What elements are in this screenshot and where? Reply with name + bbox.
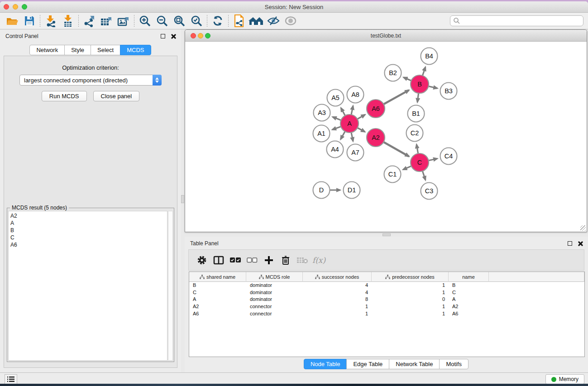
tab-network[interactable]: Network — [29, 45, 65, 55]
show-columns-button[interactable] — [210, 253, 227, 268]
plus-icon — [264, 255, 274, 265]
tab-edge-table[interactable]: Edge Table — [346, 359, 389, 369]
criterion-dropdown[interactable]: largest connected component (directed) — [19, 75, 162, 86]
main-toolbar — [0, 13, 588, 29]
export-image-button[interactable] — [115, 14, 132, 28]
memory-label: Memory — [559, 376, 578, 382]
result-item[interactable]: A6 — [10, 241, 165, 248]
table-float-panel-icon[interactable] — [568, 241, 572, 246]
search-icon — [453, 17, 460, 24]
table-row[interactable]: A6connector11A6 — [189, 310, 584, 318]
network-window-titlebar[interactable]: testGlobe.txt — [185, 30, 587, 42]
result-item[interactable]: B — [10, 227, 165, 234]
delete-table-button[interactable] — [294, 253, 311, 268]
delete-column-button[interactable] — [277, 253, 294, 268]
table-row[interactable]: Adominator80A — [189, 296, 584, 303]
node-label: A — [347, 120, 352, 127]
task-history-button[interactable] — [5, 374, 17, 384]
tab-network-table[interactable]: Network Table — [389, 359, 440, 369]
optimization-criterion-label: Optimization criterion: — [4, 64, 177, 71]
show-view-button[interactable] — [282, 14, 299, 28]
tab-motifs[interactable]: Motifs — [439, 359, 468, 369]
app-window: Session: New Session — [0, 1, 588, 384]
function-builder-button[interactable]: f(x) — [311, 253, 327, 268]
table-row[interactable]: Bdominator41B — [189, 282, 584, 289]
column-header-name[interactable]: name — [449, 272, 489, 282]
import-table-icon — [62, 14, 74, 27]
table-cell: B — [449, 282, 489, 289]
float-panel-icon[interactable] — [161, 34, 165, 38]
memory-button[interactable]: Memory — [545, 374, 584, 384]
save-session-button[interactable] — [21, 14, 38, 28]
mcds-result-groupbox: MCDS result (5 nodes) A2ABCA6 — [7, 208, 174, 362]
node-label: C2 — [411, 129, 419, 137]
search-input[interactable] — [460, 18, 583, 24]
tab-node-table[interactable]: Node Table — [304, 359, 347, 369]
network-window-title: testGlobe.txt — [185, 33, 587, 39]
attribute-tree-icon — [200, 275, 205, 279]
vertical-splitter-handle[interactable] — [181, 195, 184, 203]
search-field[interactable] — [450, 15, 583, 26]
zoom-out-button[interactable] — [153, 14, 171, 28]
mcds-result-title: MCDS result (5 nodes) — [10, 205, 69, 211]
tab-mcds[interactable]: MCDS — [120, 45, 151, 55]
node-table[interactable]: shared nameMCDS rolesuccessor nodesprede… — [189, 272, 585, 357]
mcds-result-list[interactable]: A2ABCA6 — [8, 211, 167, 361]
node-label: B — [417, 81, 422, 88]
table-cell: 4 — [303, 289, 372, 296]
import-table-button[interactable] — [59, 14, 76, 28]
table-cell: connector — [246, 303, 303, 310]
import-network-button[interactable] — [42, 14, 59, 28]
column-header-MCDS-role[interactable]: MCDS role — [246, 272, 303, 282]
result-item[interactable]: A2 — [10, 212, 165, 219]
export-table-button[interactable] — [98, 14, 115, 28]
home-views-button[interactable] — [248, 14, 265, 28]
table-cell: 0 — [372, 296, 449, 303]
network-canvas[interactable]: B4B2BB3B1A5A8A3A6AA1A4A7A2C2CC4C1C3DD1 — [185, 42, 587, 232]
add-column-button[interactable] — [260, 253, 277, 268]
deselect-all-button[interactable] — [244, 253, 260, 268]
table-header-row: shared nameMCDS rolesuccessor nodesprede… — [189, 272, 584, 282]
horizontal-splitter-handle[interactable] — [382, 234, 391, 236]
column-view-icon — [213, 256, 224, 265]
table-cell: 1 — [372, 282, 449, 289]
window-resize-grip[interactable] — [580, 225, 586, 231]
open-session-button[interactable] — [4, 14, 21, 28]
table-cell: 8 — [303, 296, 372, 303]
column-header-successor-nodes[interactable]: successor nodes — [303, 272, 372, 282]
close-panel-button[interactable]: Close panel — [93, 91, 140, 101]
tab-style[interactable]: Style — [64, 45, 91, 55]
refresh-view-button[interactable] — [209, 14, 226, 28]
tab-select[interactable]: Select — [91, 45, 120, 55]
node-label: D1 — [348, 186, 356, 194]
close-panel-icon[interactable] — [171, 34, 176, 39]
node-label: B2 — [389, 69, 397, 76]
table-delete-icon — [296, 257, 308, 264]
hide-panels-button[interactable] — [265, 14, 282, 28]
table-tabs: Node TableEdge TableNetwork TableMotifs — [185, 359, 588, 369]
table-row[interactable]: Cdominator41C — [189, 289, 584, 296]
result-scrollbar[interactable] — [168, 211, 173, 361]
export-image-icon — [117, 14, 130, 27]
select-all-button[interactable] — [227, 253, 244, 268]
zoom-selected-icon — [190, 14, 203, 27]
column-header-shared-name[interactable]: shared name — [189, 272, 246, 282]
export-network-button[interactable] — [81, 14, 98, 28]
run-mcds-button[interactable]: Run MCDS — [42, 91, 87, 101]
unchecked-boxes-icon — [247, 257, 258, 263]
trash-icon — [281, 255, 290, 265]
result-item[interactable]: C — [10, 234, 165, 241]
node-label: B4 — [425, 52, 433, 60]
column-header-predecessor-nodes[interactable]: predecessor nodes — [372, 272, 449, 282]
zoom-selected-button[interactable] — [188, 14, 205, 28]
table-row[interactable]: A2connector11A2 — [189, 303, 584, 310]
zoom-in-icon — [139, 14, 151, 27]
table-cell: 1 — [372, 289, 449, 296]
zoom-fit-button[interactable] — [171, 14, 188, 28]
table-settings-button[interactable] — [193, 253, 210, 268]
network-from-selection-button[interactable] — [230, 14, 248, 28]
zoom-in-button[interactable] — [136, 14, 153, 28]
result-item[interactable]: A — [10, 219, 165, 227]
table-cell: A2 — [449, 303, 489, 310]
table-close-panel-icon[interactable] — [578, 241, 583, 246]
